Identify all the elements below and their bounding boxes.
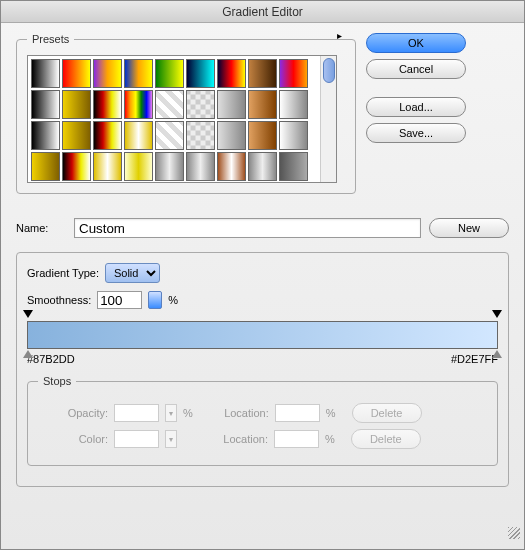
preset-swatch[interactable] — [62, 90, 91, 119]
presets-swatches[interactable] — [27, 55, 337, 183]
smoothness-stepper[interactable] — [148, 291, 162, 309]
gradient-type-select[interactable]: Solid — [105, 263, 160, 283]
color-location-label: Location: — [208, 433, 268, 445]
gradient-settings-panel: Gradient Type: Solid Smoothness: % #87B2… — [16, 252, 509, 487]
presets-legend: Presets — [27, 33, 74, 45]
preset-swatch[interactable] — [248, 90, 277, 119]
color-label: Color: — [38, 433, 108, 445]
load-button[interactable]: Load... — [366, 97, 466, 117]
presets-panel: Presets ▸ — [16, 33, 356, 194]
preset-swatch[interactable] — [217, 90, 246, 119]
opacity-delete-button: Delete — [352, 403, 422, 423]
preset-swatch[interactable] — [124, 59, 153, 88]
preset-swatch[interactable] — [93, 59, 122, 88]
preset-swatch[interactable] — [93, 121, 122, 150]
color-stop-right[interactable] — [492, 350, 502, 360]
preset-swatch[interactable] — [62, 59, 91, 88]
preset-swatch[interactable] — [186, 90, 215, 119]
preset-swatch[interactable] — [217, 152, 246, 181]
stops-panel: Stops Opacity: ▾ % Location: % Delete Co… — [27, 375, 498, 466]
stops-legend: Stops — [38, 375, 76, 387]
preset-swatch[interactable] — [279, 121, 308, 150]
color-location-unit: % — [325, 433, 335, 445]
gradient-start-hex: #87B2DD — [27, 353, 75, 365]
preset-swatch[interactable] — [248, 59, 277, 88]
preset-swatch[interactable] — [124, 152, 153, 181]
dialog-content: Presets ▸ OK Cancel Load... Save... Name… — [1, 23, 524, 543]
opacity-label: Opacity: — [38, 407, 108, 419]
preset-swatch[interactable] — [186, 121, 215, 150]
smoothness-label: Smoothness: — [27, 294, 91, 306]
preset-swatch[interactable] — [217, 59, 246, 88]
opacity-input — [114, 404, 159, 422]
presets-menu-icon[interactable]: ▸ — [337, 30, 355, 42]
preset-swatch[interactable] — [155, 59, 184, 88]
scrollbar-thumb[interactable] — [323, 58, 335, 83]
opacity-location-input — [275, 404, 320, 422]
name-label: Name: — [16, 222, 66, 234]
color-stop-left[interactable] — [23, 350, 33, 360]
dialog-buttons: OK Cancel Load... Save... — [366, 33, 466, 204]
save-button[interactable]: Save... — [366, 123, 466, 143]
preset-swatch[interactable] — [31, 121, 60, 150]
smoothness-unit: % — [168, 294, 178, 306]
preset-swatch[interactable] — [62, 121, 91, 150]
opacity-location-label: Location: — [209, 407, 269, 419]
presets-scrollbar[interactable] — [320, 56, 336, 182]
window-title: Gradient Editor — [222, 5, 303, 19]
preset-swatch[interactable] — [279, 90, 308, 119]
titlebar: Gradient Editor — [1, 1, 524, 23]
gradient-preview-bar[interactable] — [27, 321, 498, 349]
preset-swatch[interactable] — [31, 152, 60, 181]
preset-swatch[interactable] — [248, 152, 277, 181]
color-location-input — [274, 430, 319, 448]
preset-swatch[interactable] — [62, 152, 91, 181]
preset-swatch[interactable] — [93, 90, 122, 119]
color-input — [114, 430, 159, 448]
opacity-unit: % — [183, 407, 193, 419]
preset-swatch[interactable] — [31, 59, 60, 88]
preset-swatch[interactable] — [31, 90, 60, 119]
preset-swatch[interactable] — [124, 90, 153, 119]
gradient-end-hex: #D2E7FF — [451, 353, 498, 365]
preset-swatch[interactable] — [186, 59, 215, 88]
preset-swatch[interactable] — [155, 152, 184, 181]
opacity-stop-left[interactable] — [23, 310, 33, 320]
preset-swatch[interactable] — [93, 152, 122, 181]
preset-swatch[interactable] — [124, 121, 153, 150]
smoothness-input[interactable] — [97, 291, 142, 309]
opacity-dropdown-icon: ▾ — [165, 404, 177, 422]
color-dropdown-icon: ▾ — [165, 430, 177, 448]
preset-swatch[interactable] — [279, 59, 308, 88]
preset-swatch[interactable] — [186, 152, 215, 181]
preset-swatch[interactable] — [155, 121, 184, 150]
preset-swatch[interactable] — [248, 121, 277, 150]
cancel-button[interactable]: Cancel — [366, 59, 466, 79]
opacity-stop-right[interactable] — [492, 310, 502, 320]
preset-swatch[interactable] — [217, 121, 246, 150]
new-button[interactable]: New — [429, 218, 509, 238]
resize-grip-icon[interactable] — [508, 527, 520, 539]
opacity-location-unit: % — [326, 407, 336, 419]
gradient-type-label: Gradient Type: — [27, 267, 99, 279]
preset-swatch[interactable] — [279, 152, 308, 181]
ok-button[interactable]: OK — [366, 33, 466, 53]
preset-swatch[interactable] — [155, 90, 184, 119]
color-delete-button: Delete — [351, 429, 421, 449]
gradient-editor-window: Gradient Editor Presets ▸ OK Cancel Load… — [0, 0, 525, 550]
name-input[interactable] — [74, 218, 421, 238]
